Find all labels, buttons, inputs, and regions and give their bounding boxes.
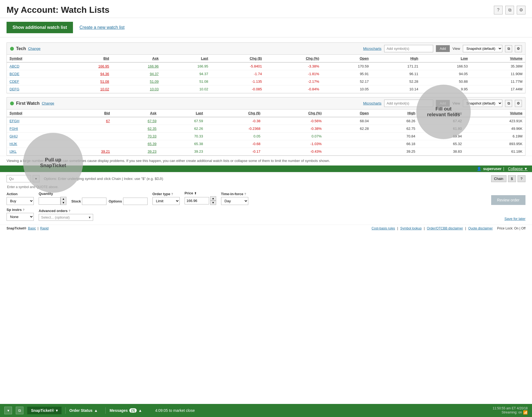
adv-orders-select[interactable]: Select... (optional) ▾ <box>39 214 93 221</box>
symbol-input[interactable] <box>7 175 31 182</box>
symbol-link[interactable]: BCDE <box>10 72 19 76</box>
taskbar-popout-icon[interactable]: ⧉ <box>16 407 23 414</box>
col-low[interactable]: Low <box>418 109 464 117</box>
col-last[interactable]: Last <box>159 109 206 117</box>
microcharts2-link[interactable]: Microcharts <box>363 101 381 105</box>
tif-select[interactable]: Day GTC <box>221 197 248 205</box>
help-icon[interactable]: ? <box>494 6 503 14</box>
symbol-link[interactable]: CDEF <box>10 79 19 84</box>
ask-link[interactable]: 94.37 <box>150 72 159 76</box>
ask-link[interactable]: 166.96 <box>148 64 159 68</box>
popout-icon[interactable]: ⧉ <box>505 6 514 14</box>
options-label: Options <box>109 199 122 203</box>
ask-link[interactable]: 65.39 <box>148 142 157 146</box>
expand2-icon[interactable]: ⧉ <box>505 100 512 107</box>
col-last[interactable]: Last <box>161 55 211 62</box>
bid-link[interactable]: 51.08 <box>100 79 109 84</box>
col-chg-dollar[interactable]: Chg ($) <box>206 109 263 117</box>
bid-link[interactable]: 94.36 <box>100 72 109 76</box>
qty-down-btn[interactable]: ▼ <box>61 201 66 205</box>
add-symbol-input[interactable] <box>384 45 433 52</box>
settings-icon[interactable]: ⚙ <box>517 6 525 14</box>
action-select[interactable]: Buy Sell <box>7 197 34 205</box>
snap-ticket-tab[interactable]: SnapTicket® ▾ <box>27 407 62 414</box>
col-ask[interactable]: Ask <box>113 109 159 117</box>
col-open[interactable]: Open <box>322 55 371 62</box>
ask-link[interactable]: 70.33 <box>148 134 157 138</box>
bid-link[interactable]: 39.21 <box>101 149 110 154</box>
messages-tab[interactable]: Messages (3) ▲ <box>105 407 146 414</box>
col-open[interactable]: Open <box>324 109 371 117</box>
col-chg-pct[interactable]: Chg (%) <box>263 109 324 117</box>
col-symbol[interactable]: Symbol <box>7 55 62 62</box>
ask-link[interactable]: 67.59 <box>148 119 157 123</box>
ask-link[interactable]: 62.35 <box>148 127 157 131</box>
sp-instrs-select[interactable]: None <box>7 213 34 221</box>
quantity-input[interactable] <box>39 197 60 205</box>
symbol-link[interactable]: GHIJ <box>10 134 18 138</box>
symbol-link[interactable]: ABCD <box>10 64 19 68</box>
save-for-later-button[interactable]: Save for later <box>505 217 525 221</box>
dollar-button[interactable]: $ <box>508 175 516 182</box>
view-select[interactable]: Snapshot (default) <box>463 45 502 52</box>
col-chg-dollar[interactable]: Chg ($) <box>211 55 265 62</box>
chain-button[interactable]: Chain <box>491 175 506 182</box>
taskbar-chevron-down-icon[interactable]: ▾ <box>4 407 12 414</box>
stock-input[interactable] <box>82 198 106 205</box>
add-symbol2-button[interactable]: Add <box>436 100 450 107</box>
ask-link[interactable]: 10.03 <box>150 87 159 91</box>
expand-icon[interactable]: ⧉ <box>505 45 512 52</box>
quote-disclaimer-link[interactable]: Quote disclaimer <box>468 226 493 230</box>
col-bid[interactable]: Bid <box>62 55 112 62</box>
symbol-link[interactable]: EFGH <box>10 119 19 123</box>
col-low[interactable]: Low <box>421 55 470 62</box>
quantity-stepper[interactable]: ▲ ▼ <box>60 197 66 205</box>
bid-link[interactable]: 166.95 <box>98 64 109 68</box>
snap-mode-basic-link[interactable]: Basic <box>28 226 36 230</box>
col-bid[interactable]: Bid <box>66 109 113 117</box>
microcharts-link[interactable]: Microcharts <box>363 47 381 51</box>
price-up-btn[interactable]: ▲ <box>210 196 216 201</box>
col-symbol[interactable]: Symbol <box>7 109 66 117</box>
bid-link[interactable]: 10.02 <box>100 87 109 91</box>
review-order-button[interactable]: Review order <box>491 195 525 205</box>
col-volume[interactable]: Volume <box>464 109 525 117</box>
settings-icon[interactable]: ⚙ <box>515 45 522 52</box>
symbol-lookup-link[interactable]: Symbol lookup <box>400 226 422 230</box>
symbol-link[interactable]: IJKL <box>10 149 17 154</box>
collapse-chevron-icon: ▼ <box>524 167 528 171</box>
col-ask[interactable]: Ask <box>112 55 161 62</box>
watchlist-tech-change-link[interactable]: Change <box>28 47 41 51</box>
symbol-link[interactable]: HIJK <box>10 142 17 146</box>
settings2-icon[interactable]: ⚙ <box>515 100 522 107</box>
chain-dropdown-btn[interactable]: ▾ <box>33 175 39 182</box>
options-input[interactable] <box>123 198 148 205</box>
watchlist-firstwatch: First Watch Change Microcharts Add View … <box>7 97 525 156</box>
order-disclaimer-link[interactable]: Order/OTCBB disclaimer <box>427 226 463 230</box>
col-volume[interactable]: Volume <box>470 55 525 62</box>
create-watchlist-link[interactable]: Create a new watch list <box>80 25 124 30</box>
order-type-select[interactable]: Limit Market <box>152 197 180 205</box>
ask-link[interactable]: 51.09 <box>150 79 159 84</box>
qty-up-btn[interactable]: ▲ <box>61 197 66 201</box>
col-chg-pct[interactable]: Chg (%) <box>265 55 322 62</box>
snap-mode-rapid-link[interactable]: Rapid <box>40 226 48 230</box>
order-status-tab[interactable]: Order Status ▲ <box>65 407 102 414</box>
col-high[interactable]: High <box>371 55 421 62</box>
view2-select[interactable]: Snapshot (default) <box>463 100 502 107</box>
show-watchlist-button[interactable]: Show additional watch list <box>7 22 73 33</box>
price-input[interactable] <box>185 197 209 204</box>
add-symbol2-input[interactable] <box>384 100 433 107</box>
add-symbol-button[interactable]: Add <box>436 45 450 52</box>
col-high[interactable]: High <box>371 109 418 117</box>
bid-link[interactable]: 67 <box>106 119 110 123</box>
symbol-link[interactable]: FGHI <box>10 127 18 131</box>
symbol-link[interactable]: DEFG <box>10 87 19 91</box>
watchlist-firstwatch-change-link[interactable]: Change <box>42 101 54 105</box>
help-button[interactable]: ? <box>518 175 525 182</box>
price-stepper[interactable]: ▲ ▼ <box>210 196 216 205</box>
snap-bar-collapse-link[interactable]: Collapse ▼ <box>508 167 528 171</box>
price-down-btn[interactable]: ▼ <box>210 201 216 205</box>
cost-basis-rules-link[interactable]: Cost-basis rules <box>372 226 395 230</box>
ask-link[interactable]: 39.23 <box>148 149 157 154</box>
